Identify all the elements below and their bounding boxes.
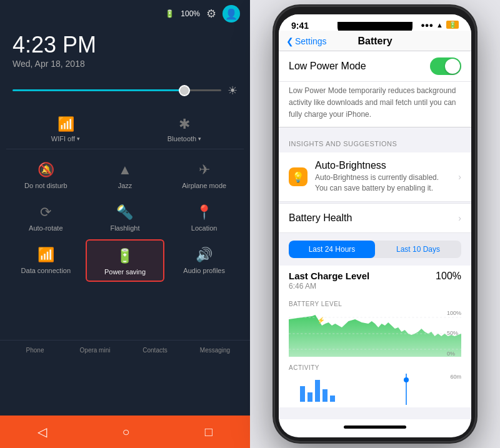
data-connection-label: Data connection — [21, 267, 71, 274]
android-nav-bar: ◁ ○ □ — [0, 416, 250, 448]
recents-button[interactable]: □ — [205, 425, 212, 439]
brightness-slider[interactable]: ☀ — [0, 79, 250, 102]
back-button[interactable]: ◁ — [38, 424, 47, 439]
do-not-disturb-toggle[interactable]: 🔕 Do not disturb — [6, 154, 86, 194]
taskbar-opera[interactable]: Opera mini — [66, 344, 124, 356]
battery-chart-label: BATTERY LEVEL — [289, 301, 461, 307]
phone-frame: 9:41 ●●● ▲ 🔋 ❮ Settings Battery — [275, 7, 475, 441]
data-connection-icon: 📶 — [38, 247, 54, 263]
flashlight-toggle[interactable]: 🔦 Flashlight — [86, 197, 165, 237]
ios-status-icons: ●●● ▲ 🔋 — [421, 21, 459, 29]
battery-percent: 100% — [181, 9, 200, 18]
activity-chart-label: ACTIVITY — [289, 364, 461, 371]
ios-time: 9:41 — [291, 21, 309, 31]
avatar[interactable]: 👤 — [222, 5, 240, 22]
time-segment-control[interactable]: Last 24 Hours Last 10 Days — [289, 241, 461, 258]
svg-rect-8 — [322, 389, 328, 402]
svg-point-11 — [404, 377, 409, 382]
taskbar-contacts[interactable]: Contacts — [126, 344, 184, 356]
home-indicator[interactable] — [344, 426, 406, 429]
bluetooth-icon: ✱ — [179, 116, 190, 132]
auto-brightness-row[interactable]: 💡 Auto-Brightness Auto-Brightness is cur… — [279, 152, 471, 202]
insights-title: INSIGHTS AND SUGGESTIONS — [289, 140, 397, 147]
jazz-toggle[interactable]: ▲ Jazz — [86, 154, 165, 194]
airplane-toggle[interactable]: ✈ Airplane mode — [164, 154, 244, 194]
brightness-icon: ☀ — [228, 84, 238, 97]
location-label: Location — [191, 224, 218, 232]
chart-label-50: 50% — [447, 330, 461, 336]
phone-screen: 9:41 ●●● ▲ 🔋 ❮ Settings Battery — [279, 14, 471, 437]
icon-row-3: 📶 Data connection 🔋 Power saving 🔊 Audio… — [0, 239, 250, 282]
ios-status-bar: 9:41 ●●● ▲ 🔋 — [279, 14, 471, 31]
auto-rotate-icon: ⟳ — [40, 204, 51, 221]
auto-rotate-toggle[interactable]: ⟳ Auto-rotate — [6, 197, 86, 237]
data-connection-toggle[interactable]: 📶 Data connection — [6, 239, 86, 282]
slider-track[interactable] — [12, 89, 221, 91]
signal-icon: ●●● — [421, 21, 433, 29]
charge-info: Last Charge Level 6:46 AM — [289, 271, 369, 291]
battery-health-row[interactable]: Battery Health › — [279, 203, 471, 233]
wifi-off-icon: 📶 — [58, 116, 74, 132]
svg-rect-9 — [330, 396, 335, 402]
auto-brightness-content: Auto-Brightness Auto-Brightness is curre… — [315, 160, 451, 194]
low-power-mode-row: Low Power Mode — [279, 51, 471, 82]
location-toggle[interactable]: 📍 Location — [164, 197, 244, 237]
icon-row-2: ⟳ Auto-rotate 🔦 Flashlight 📍 Location — [0, 197, 250, 237]
battery-health-chevron-icon: › — [458, 213, 461, 223]
battery-chart-section: BATTERY LEVEL ⚡ — [279, 296, 471, 359]
ios-back-button[interactable]: ❮ Settings — [286, 36, 327, 46]
activity-chart-section: ACTIVITY 60m — [279, 359, 471, 407]
svg-rect-7 — [315, 380, 320, 402]
jazz-icon: ▲ — [118, 162, 132, 178]
back-chevron-icon: ❮ — [286, 36, 294, 46]
do-not-disturb-icon: 🔕 — [38, 162, 54, 178]
flashlight-label: Flashlight — [110, 224, 139, 232]
low-power-toggle[interactable] — [430, 57, 461, 75]
svg-rect-6 — [308, 392, 312, 402]
settings-icon[interactable]: ⚙ — [206, 7, 216, 21]
low-power-description: Low Power Mode temporarily reduces backg… — [279, 82, 471, 127]
segment-10d[interactable]: Last 10 Days — [375, 241, 461, 258]
chart-label-0: 0% — [447, 351, 461, 357]
power-saving-toggle[interactable]: 🔋 Power saving — [86, 239, 165, 282]
wifi-label: WIFI off ▾ — [51, 135, 80, 142]
wifi-toggle[interactable]: 📶 WIFI off ▾ — [6, 107, 125, 149]
ios-panel: 9:41 ●●● ▲ 🔋 ❮ Settings Battery — [250, 0, 500, 448]
auto-brightness-desc: Auto-Brightness is currently disabled. Y… — [315, 172, 451, 194]
chevron-right-icon: › — [458, 172, 461, 182]
battery-icon: 🔋 — [165, 9, 174, 18]
ios-content: Low Power Mode Low Power Mode temporaril… — [279, 51, 471, 419]
ios-page-title: Battery — [358, 36, 392, 47]
phone-bottom — [279, 419, 471, 437]
current-date: Wed, Apr 18, 2018 — [12, 59, 238, 69]
auto-brightness-label: Auto-Brightness — [315, 160, 451, 171]
battery-status-icon: 🔋 — [446, 21, 459, 29]
charge-level-row: Last Charge Level 6:46 AM 100% — [279, 266, 471, 296]
charge-value: 100% — [436, 271, 461, 282]
home-button[interactable]: ○ — [122, 425, 129, 439]
taskbar-messaging[interactable]: Messaging — [186, 344, 244, 356]
ios-nav-bar: ❮ Settings Battery — [279, 31, 471, 51]
android-status-bar: 🔋 100% ⚙ 👤 — [0, 0, 250, 27]
auto-brightness-icon: 💡 — [289, 167, 308, 186]
bluetooth-toggle[interactable]: ✱ Bluetooth ▾ — [125, 107, 244, 149]
wifi-status-icon: ▲ — [436, 21, 443, 29]
airplane-icon: ✈ — [199, 162, 210, 178]
chart-y-labels: 100% 50% 0% — [447, 310, 461, 357]
low-power-label: Low Power Mode — [289, 61, 366, 72]
chart-label-100: 100% — [447, 310, 461, 316]
audio-profiles-label: Audio profiles — [183, 267, 225, 274]
battery-chart-svg: ⚡ — [289, 310, 461, 357]
activity-chart-svg — [289, 374, 461, 405]
location-icon: 📍 — [196, 204, 212, 221]
slider-thumb[interactable] — [179, 85, 190, 96]
taskbar-phone[interactable]: Phone — [6, 344, 64, 356]
quick-toggle-grid: 📶 WIFI off ▾ ✱ Bluetooth ▾ — [0, 107, 250, 149]
segment-24h[interactable]: Last 24 Hours — [289, 241, 375, 258]
low-power-desc-text: Low Power Mode temporarily reduces backg… — [289, 86, 456, 119]
audio-profiles-toggle[interactable]: 🔊 Audio profiles — [164, 239, 244, 282]
svg-marker-0 — [289, 315, 461, 357]
time-section: 4:23 PM Wed, Apr 18, 2018 — [0, 27, 250, 79]
airplane-label: Airplane mode — [182, 182, 226, 189]
icon-row-1: 🔕 Do not disturb ▲ Jazz ✈ Airplane mode — [0, 154, 250, 194]
